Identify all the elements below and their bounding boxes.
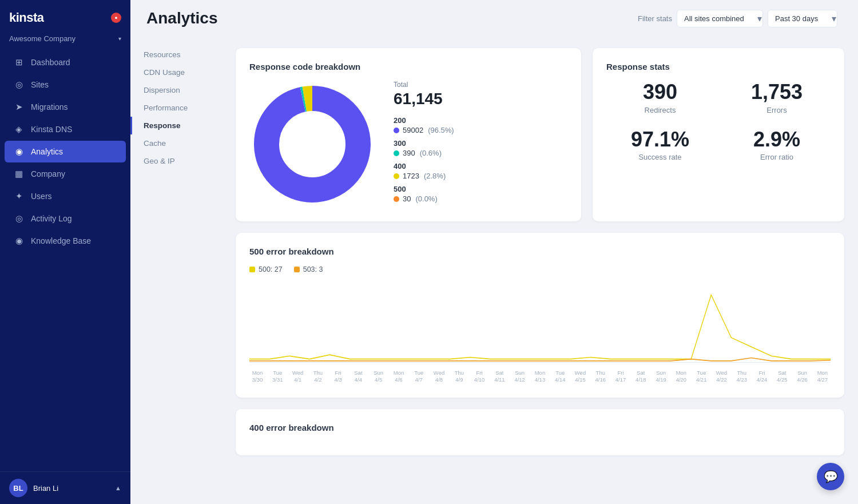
x-axis: Mon3/30 Tue3/31 Wed4/1 Thu4/2 Fri4/3 Sat… [249,367,831,384]
x-label: Mon4/20 [673,370,689,384]
dot-503 [294,267,300,272]
error-400-breakdown-card: 400 error breakdown [236,409,844,455]
x-label: Tue4/7 [411,370,427,384]
chat-fab-button[interactable]: 💬 [817,463,844,490]
kinsta-logo: kinsta [9,10,44,25]
period-filter-wrapper[interactable]: Past 30 days [768,10,842,27]
x-label: Mon4/13 [532,370,548,384]
sites-filter-select[interactable]: All sites combined [677,10,763,27]
donut-svg [249,81,375,207]
sidebar-item-label: Activity Log [31,214,72,223]
subnav-performance[interactable]: Performance [130,99,222,117]
x-label: Thu4/16 [593,370,609,384]
subnav-geo-ip[interactable]: Geo & IP [130,152,222,170]
response-code-breakdown-card: Response code breakdown [236,48,581,221]
legend-pct-500: (0.0%) [415,195,437,203]
stat-value-success: 97.1% [606,128,714,151]
x-label: Sun4/12 [512,370,528,384]
stat-errors: 1,753 Errors [723,81,831,114]
legend-row-300: 300 390 (0.6%) [394,139,567,157]
subnav-dispersion[interactable]: Dispersion [130,81,222,99]
company-name: Awesome Company [9,34,115,43]
stat-success-rate: 97.1% Success rate [606,128,714,162]
expand-icon: ▲ [115,485,121,491]
sidebar-item-activity-log[interactable]: ◎ Activity Log [5,208,126,229]
user-name: Brian Li [33,484,109,493]
subnav-resources[interactable]: Resources [130,46,222,64]
sidebar-item-sites[interactable]: ◎ Sites [5,74,126,96]
donut-chart [249,81,375,207]
company-selector[interactable]: Awesome Company ▾ [0,32,130,51]
sidebar-item-label: Analytics [31,147,63,156]
avatar: BL [9,479,27,497]
stat-error-ratio: 2.9% Error ratio [723,128,831,162]
dashboard-icon: ⊞ [14,57,24,68]
legend-row-400: 400 1723 (2.8%) [394,162,567,180]
legend-label-503: 503: 3 [303,265,323,273]
error-500-title: 500 error breakdown [249,247,831,256]
legend-pct-400: (2.8%) [424,172,446,180]
sidebar-item-label: Sites [31,80,49,89]
legend-total-value: 61,145 [394,90,567,108]
stats-grid: 390 Redirects 1,753 Errors 97.1% Success… [606,81,831,161]
sidebar-item-kinsta-dns[interactable]: ◈ Kinsta DNS [5,118,126,140]
donut-legend: Total 61,145 200 59002 (96.5%) [394,81,567,208]
users-icon: ✦ [14,191,24,201]
migrations-icon: ➤ [14,102,24,112]
chart-svg [249,283,831,362]
error-500-breakdown-card: 500 error breakdown 500: 27 503: 3 [236,233,844,398]
sidebar-item-company[interactable]: ▦ Company [5,163,126,185]
activity-icon: ◎ [14,213,24,224]
subnav-response[interactable]: Response [130,117,222,134]
dot-500 [249,267,255,272]
user-profile[interactable]: BL Brian Li ▲ [0,471,130,504]
legend-dot-500 [394,196,399,202]
legend-value-200: 59002 [403,126,423,134]
sidebar-item-analytics[interactable]: ◉ Analytics [5,141,126,162]
stat-label-ratio: Error ratio [723,153,831,161]
sidebar-item-label: Dashboard [31,58,70,67]
chevron-down-icon: ▾ [118,35,121,42]
main-content-area: Resources CDN Usage Dispersion Performan… [130,37,858,504]
x-label: Mon3/30 [249,370,265,384]
x-label: Fri4/24 [754,370,770,384]
x-label: Sat4/11 [491,370,507,384]
legend-value-400: 1723 [403,172,419,180]
period-filter-select[interactable]: Past 30 days [768,10,837,27]
error-legend: 500: 27 503: 3 [249,265,831,273]
x-label: Wed4/1 [290,370,306,384]
legend-value-500: 30 [403,195,411,203]
subnav-cache[interactable]: Cache [130,134,222,152]
knowledge-icon: ◉ [14,236,24,246]
x-label: Sat4/18 [633,370,649,384]
sites-icon: ◎ [14,80,24,90]
subnav-cdn-usage[interactable]: CDN Usage [130,64,222,81]
breakdown-body: Total 61,145 200 59002 (96.5%) [249,81,567,208]
sub-navigation: Resources CDN Usage Dispersion Performan… [130,37,222,504]
sidebar-item-knowledge-base[interactable]: ◉ Knowledge Base [5,230,126,252]
legend-dot-400 [394,173,399,179]
sidebar-item-dashboard[interactable]: ⊞ Dashboard [5,51,126,73]
sidebar-nav: ⊞ Dashboard ◎ Sites ➤ Migrations ◈ Kinst… [0,51,130,252]
page-title: Analytics [146,9,638,27]
topbar: Analytics Filter stats All sites combine… [130,0,858,37]
legend-row-500: 500 30 (0.0%) [394,185,567,203]
stat-label-success: Success rate [606,153,714,161]
error-400-title: 400 error breakdown [249,423,831,432]
breakdown-card-title: Response code breakdown [249,62,567,72]
legend-dot-300 [394,150,399,156]
top-cards-row: Response code breakdown [236,48,844,221]
x-label: Thu4/9 [451,370,467,384]
x-label: Tue4/14 [552,370,568,384]
chat-icon: 💬 [824,470,838,483]
filter-label: Filter stats [638,14,672,23]
sites-filter-wrapper[interactable]: All sites combined [677,10,768,27]
sidebar-item-migrations[interactable]: ➤ Migrations [5,96,126,118]
x-label: Wed4/22 [713,370,729,384]
x-label: Tue3/31 [269,370,285,384]
response-stats-card: Response stats 390 Redirects 1,753 Error… [593,48,844,221]
legend-total-label: Total [394,81,567,89]
notification-icon[interactable]: ● [111,13,121,23]
sidebar-item-users[interactable]: ✦ Users [5,185,126,207]
sidebar-item-label: Migrations [31,102,68,112]
